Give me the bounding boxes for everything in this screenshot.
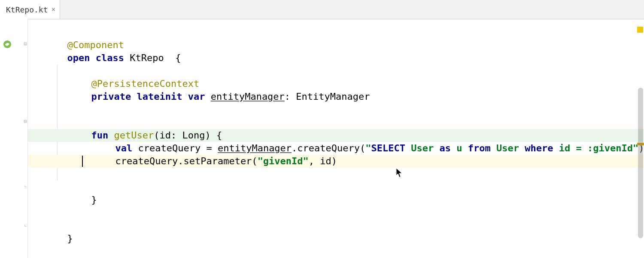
code-line[interactable]: private lateinit var entityManager: Enti… <box>33 77 634 90</box>
brace-close: } <box>67 233 73 244</box>
fold-end-icon[interactable]: ⌞ <box>23 222 28 227</box>
editor-tabbar: KtRepo.kt × <box>0 0 644 19</box>
class-name: KtRepo { <box>124 52 181 63</box>
code-editor[interactable]: @Component open class KtRepo { @Persiste… <box>28 19 644 258</box>
code-line[interactable]: @PersistenceContext <box>33 64 634 77</box>
code-line[interactable]: createQuery.setParameter("givenId", id) <box>33 142 634 155</box>
editor-right-strip[interactable] <box>635 19 644 258</box>
type-decl: : EntityManager <box>285 91 370 102</box>
close-icon[interactable]: × <box>52 6 56 13</box>
spring-bean-gutter-icon[interactable] <box>3 40 12 49</box>
fold-end-icon[interactable]: ⌞ <box>23 182 28 187</box>
string-literal: "givenId" <box>258 156 309 166</box>
keyword-lateinit: lateinit <box>137 91 182 102</box>
code-line[interactable]: } <box>33 219 634 232</box>
field-entity-manager: entityManager <box>211 91 285 102</box>
keyword-var: var <box>188 91 205 102</box>
keyword-class: class <box>96 52 124 63</box>
code-line[interactable]: val createQuery = entityManager.createQu… <box>33 129 634 142</box>
editor-gutter[interactable]: ⊟ ⊟ ⌞ ⌞ <box>0 19 28 258</box>
file-tab-ktrepo[interactable]: KtRepo.kt × <box>0 0 60 19</box>
call-setparameter-a: createQuery.setParameter( <box>115 156 257 166</box>
fold-toggle-icon[interactable]: ⊟ <box>23 119 28 124</box>
code-line[interactable]: open class KtRepo { <box>33 39 634 52</box>
file-tab-label: KtRepo.kt <box>6 5 48 14</box>
code-line[interactable]: } <box>33 181 634 194</box>
brace-close: } <box>91 194 97 205</box>
keyword-open: open <box>67 52 90 63</box>
code-line[interactable]: fun getUser(id: Long) { <box>33 116 634 129</box>
call-setparameter-b: , id) <box>309 156 337 166</box>
code-line[interactable]: @Component <box>33 26 634 39</box>
fold-toggle-icon[interactable]: ⊟ <box>23 41 28 46</box>
vertical-scrollbar[interactable] <box>638 88 643 238</box>
keyword-private: private <box>91 91 131 102</box>
analysis-status-marker[interactable] <box>637 27 643 33</box>
editor-area: ⊟ ⊟ ⌞ ⌞ @Component open class KtRepo { @… <box>0 19 644 258</box>
